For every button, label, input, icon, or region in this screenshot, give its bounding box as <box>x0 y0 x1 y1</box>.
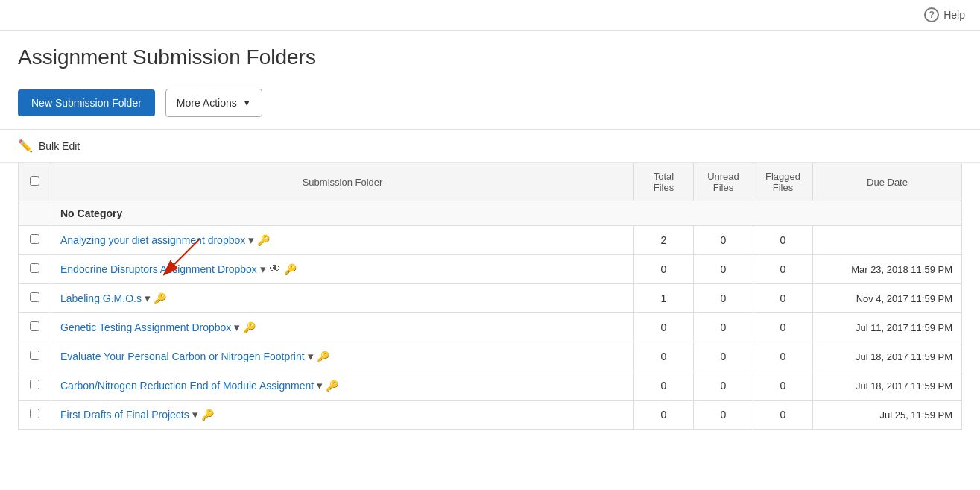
total-files-value: 0 <box>634 371 694 401</box>
unread-files-value: 0 <box>694 371 753 401</box>
folder-chevron-icon[interactable]: ▾ <box>192 408 198 421</box>
due-date-value <box>813 226 962 255</box>
folder-name-link[interactable]: Evaluate Your Personal Carbon or Nitroge… <box>60 351 305 362</box>
total-files-header: Total Files <box>634 163 694 201</box>
total-files-value: 0 <box>634 342 694 371</box>
due-date-value: Mar 23, 2018 11:59 PM <box>813 255 962 284</box>
key-icon[interactable]: 🔑 <box>284 263 297 275</box>
total-files-value: 0 <box>634 401 694 430</box>
row-checkbox[interactable] <box>30 263 39 273</box>
row-checkbox[interactable] <box>30 234 39 244</box>
folder-name-link[interactable]: Carbon/Nitrogen Reduction End of Module … <box>60 380 314 392</box>
unread-files-value: 0 <box>694 313 753 342</box>
select-all-checkbox[interactable] <box>30 176 39 186</box>
folder-name-link[interactable]: Endocrine Disruptors Assignment Dropbox <box>60 263 257 275</box>
total-files-value: 0 <box>634 313 694 342</box>
table-row: Carbon/Nitrogen Reduction End of Module … <box>19 371 962 401</box>
key-icon[interactable]: 🔑 <box>243 321 256 333</box>
folder-chevron-icon[interactable]: ▾ <box>145 292 151 305</box>
eye-icon[interactable]: 👁 <box>269 263 281 276</box>
folder-name-link[interactable]: First Drafts of Final Projects <box>60 409 189 421</box>
flagged-files-value: 0 <box>753 226 813 255</box>
folder-chevron-icon[interactable]: ▾ <box>234 321 240 334</box>
unread-files-value: 0 <box>694 342 753 371</box>
unread-files-value: 0 <box>694 284 753 313</box>
unread-files-value: 0 <box>694 226 753 255</box>
unread-files-header: Unread Files <box>694 163 753 201</box>
flagged-files-header: Flagged Files <box>753 163 813 201</box>
folder-chevron-icon[interactable]: ▾ <box>317 379 323 392</box>
key-icon[interactable]: 🔑 <box>154 292 166 304</box>
folder-name-link[interactable]: Labeling G.M.O.s <box>60 292 142 304</box>
total-files-value: 2 <box>634 226 694 255</box>
row-checkbox[interactable] <box>30 321 39 331</box>
flagged-files-value: 0 <box>753 255 813 284</box>
total-files-value: 0 <box>634 255 694 284</box>
folder-column-header: Submission Folder <box>51 163 634 201</box>
table-row: Endocrine Disruptors Assignment Dropbox … <box>19 255 962 284</box>
row-checkbox[interactable] <box>30 409 39 418</box>
folder-chevron-icon[interactable]: ▾ <box>308 350 314 363</box>
more-actions-button[interactable]: More Actions ▼ <box>165 89 262 117</box>
category-label: No Category <box>51 201 962 226</box>
page-title: Assignment Submission Folders <box>18 45 962 69</box>
folder-chevron-icon[interactable]: ▾ <box>260 263 266 276</box>
flagged-files-value: 0 <box>753 401 813 430</box>
bulk-edit-icon: ✏️ <box>18 139 33 153</box>
flagged-files-value: 0 <box>753 313 813 342</box>
unread-files-value: 0 <box>694 401 753 430</box>
key-icon[interactable]: 🔑 <box>257 234 270 246</box>
due-date-value: Jul 25, 11:59 PM <box>813 401 962 430</box>
table-row: Evaluate Your Personal Carbon or Nitroge… <box>19 342 962 371</box>
key-icon[interactable]: 🔑 <box>317 351 329 362</box>
row-checkbox[interactable] <box>30 380 39 389</box>
due-date-value: Jul 18, 2017 11:59 PM <box>813 342 962 371</box>
row-checkbox[interactable] <box>30 351 39 360</box>
bulk-edit-label: Bulk Edit <box>39 140 80 152</box>
flagged-files-value: 0 <box>753 284 813 313</box>
row-checkbox[interactable] <box>30 292 39 302</box>
chevron-down-icon: ▼ <box>243 98 251 107</box>
help-icon: ? <box>924 7 939 22</box>
more-actions-label: More Actions <box>177 97 237 109</box>
due-date-value: Jul 18, 2017 11:59 PM <box>813 371 962 401</box>
help-label: Help <box>943 9 965 21</box>
key-icon[interactable]: 🔑 <box>201 409 214 421</box>
unread-files-value: 0 <box>694 255 753 284</box>
folder-name-link[interactable]: Analyzing your diet assignment dropbox <box>60 234 245 246</box>
new-submission-folder-button[interactable]: New Submission Folder <box>18 89 155 116</box>
table-row: Labeling G.M.O.s ▾ 🔑100Nov 4, 2017 11:59… <box>19 284 962 313</box>
help-link[interactable]: ? Help <box>924 7 965 22</box>
due-date-value: Jul 11, 2017 11:59 PM <box>813 313 962 342</box>
due-date-header: Due Date <box>813 163 962 201</box>
category-row: No Category <box>19 201 962 226</box>
table-row: Analyzing your diet assignment dropbox ▾… <box>19 226 962 255</box>
total-files-value: 1 <box>634 284 694 313</box>
due-date-value: Nov 4, 2017 11:59 PM <box>813 284 962 313</box>
folder-chevron-icon[interactable]: ▾ <box>248 233 254 247</box>
flagged-files-value: 0 <box>753 342 813 371</box>
table-row: First Drafts of Final Projects ▾ 🔑000Jul… <box>19 401 962 430</box>
key-icon[interactable]: 🔑 <box>326 380 338 392</box>
flagged-files-value: 0 <box>753 371 813 401</box>
folder-name-link[interactable]: Genetic Testing Assignment Dropbox <box>60 321 231 333</box>
table-row: Genetic Testing Assignment Dropbox ▾ 🔑00… <box>19 313 962 342</box>
